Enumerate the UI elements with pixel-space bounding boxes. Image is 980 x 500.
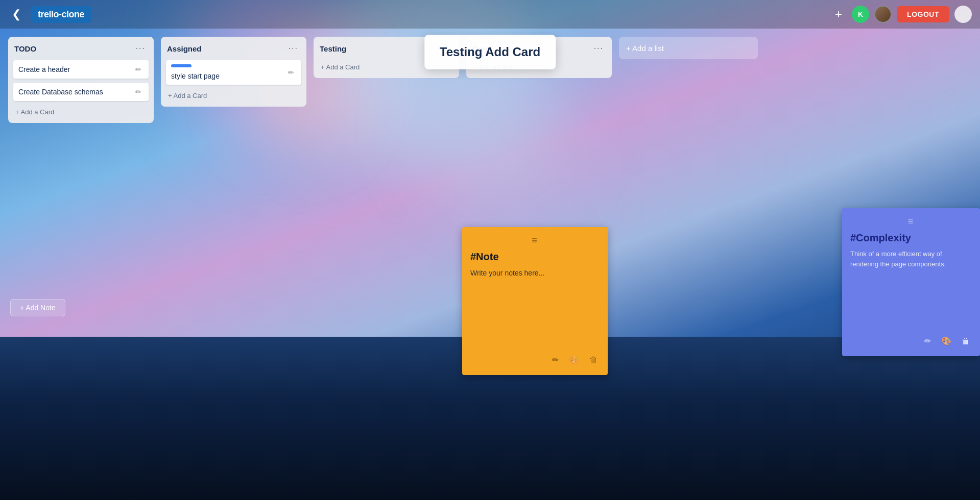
table-row[interactable]: Create a header ✏ (13, 60, 149, 79)
list-assigned: Assigned ··· style start page ✏ + Add a … (161, 37, 306, 107)
note-blue-title: #Complexity (850, 232, 972, 244)
drag-icon-blue: ≡ (908, 216, 915, 227)
card-text: style start page (171, 72, 220, 80)
testing-add-card-header: Testing Add Card (424, 35, 556, 69)
note-orange-content[interactable]: Write your notes here... (470, 268, 600, 345)
list-title-assigned: Assigned (167, 44, 202, 53)
avatar-white[interactable] (954, 6, 972, 23)
avatar-photo[interactable] (874, 6, 892, 23)
sticky-note-orange: ≡ #Note Write your notes here... ✏ 🎨 🗑 (462, 227, 608, 375)
drag-icon-orange: ≡ (532, 235, 538, 246)
table-row[interactable]: style start page ✏ (166, 60, 301, 85)
list-header-todo: TODO ··· (13, 42, 149, 56)
note-orange-title: #Note (470, 251, 600, 263)
add-button[interactable]: + (830, 6, 847, 22)
app-logo[interactable]: trello-clone (31, 6, 91, 23)
note-blue-content[interactable]: Think of a more efficient way of renderi… (850, 249, 972, 326)
sticky-note-blue: ≡ #Complexity Think of a more efficient … (842, 208, 980, 356)
list-menu-done[interactable]: ··· (592, 43, 606, 54)
edit-icon[interactable]: ✏ (133, 87, 144, 97)
note-orange-actions: ✏ 🎨 🗑 (470, 353, 600, 367)
logout-button[interactable]: LOGOUT (897, 6, 949, 22)
card-text: Create Database schemas (18, 88, 133, 96)
card-text: Create a header (18, 65, 133, 73)
list-title-testing: Testing (320, 44, 346, 53)
navbar: ❮ trello-clone + K LOGOUT (0, 0, 980, 29)
list-todo: TODO ··· Create a header ✏ Create Databa… (8, 37, 154, 123)
nav-actions: + K LOGOUT (830, 6, 972, 23)
back-button[interactable]: ❮ (8, 6, 25, 22)
list-menu-todo[interactable]: ··· (134, 43, 148, 54)
note-edit-icon[interactable]: ✏ (550, 353, 561, 367)
table-row[interactable]: Create Database schemas ✏ (13, 83, 149, 101)
note-palette-icon[interactable]: 🎨 (939, 334, 953, 348)
edit-icon[interactable]: ✏ (286, 67, 296, 78)
note-palette-icon[interactable]: 🎨 (567, 353, 581, 367)
note-trash-icon[interactable]: 🗑 (587, 354, 600, 367)
add-note-button[interactable]: + Add Note (10, 299, 65, 316)
add-card-todo[interactable]: + Add a Card (13, 105, 149, 119)
list-menu-assigned[interactable]: ··· (286, 43, 300, 54)
edit-icon[interactable]: ✏ (133, 64, 144, 74)
note-edit-icon[interactable]: ✏ (922, 334, 933, 348)
avatar-k[interactable]: K (852, 6, 869, 23)
drag-handle-blue[interactable]: ≡ (850, 216, 972, 227)
drag-handle-orange[interactable]: ≡ (470, 235, 600, 246)
add-list-button[interactable]: + Add a list (619, 37, 758, 59)
list-title-todo: TODO (14, 44, 36, 53)
note-trash-icon[interactable]: 🗑 (960, 335, 972, 348)
note-blue-actions: ✏ 🎨 🗑 (850, 334, 972, 348)
list-header-assigned: Assigned ··· (166, 42, 301, 56)
card-label (171, 64, 192, 67)
avatar-photo-inner (875, 7, 891, 22)
add-card-assigned[interactable]: + Add a Card (166, 89, 301, 103)
